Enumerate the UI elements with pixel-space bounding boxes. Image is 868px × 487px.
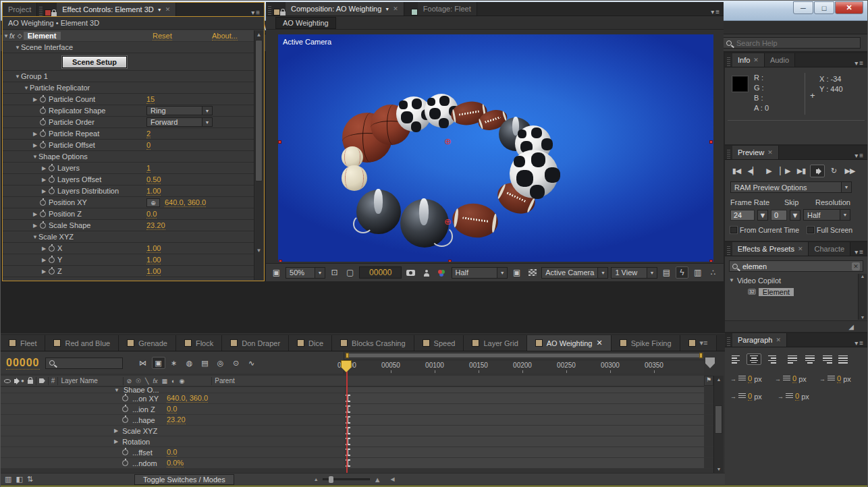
twirl-icon[interactable]: ▶ [32,131,38,137]
work-area-end-handle[interactable] [699,353,703,358]
lock-icon[interactable] [51,12,57,16]
stopwatch-icon[interactable] [49,246,55,252]
chevron-down-icon[interactable]: ▼ [385,7,389,11]
tab-effects-presets[interactable]: Effects & Presets✕ [732,242,809,256]
comp-tab-layer-grid[interactable]: Layer Grid [464,335,526,351]
twirl-icon[interactable]: ▶ [32,142,38,148]
tab-audio[interactable]: Audio [765,53,795,67]
scroll-thumb[interactable] [715,405,722,434]
property-value[interactable]: 15 [146,95,155,104]
comp-marker-bin-icon[interactable]: ⚑ [704,376,713,386]
panel-gripper[interactable] [268,6,271,16]
align-center-button[interactable] [747,353,761,365]
panel-gripper[interactable] [727,246,730,256]
lock-icon[interactable] [280,11,286,16]
reset-link[interactable]: Reset [153,32,172,40]
stopwatch-icon[interactable] [40,223,46,229]
full-screen-checkbox[interactable] [807,227,814,233]
scroll-down-icon[interactable]: ▼ [254,246,263,255]
twirl-icon[interactable]: ▶ [114,428,118,434]
help-search-input[interactable] [735,38,830,48]
property-value[interactable]: 1.00 [146,244,161,253]
show-snapshot-icon[interactable] [420,266,433,279]
comp-tab-dice[interactable]: Dice [289,335,332,351]
transparency-grid-icon[interactable] [526,266,539,279]
camera-dropdown[interactable]: Active Camera▼ [541,267,608,279]
twirl-icon[interactable]: ▶ [40,165,47,171]
stopwatch-icon[interactable] [40,211,46,217]
minimize-button[interactable]: ─ [793,1,813,14]
tab-project[interactable]: Project [3,3,37,16]
frame-blending-icon[interactable]: ◍ [183,357,196,369]
stopwatch-icon[interactable] [49,165,55,171]
twirl-icon[interactable]: ▼ [32,234,38,240]
panel-menu-icon[interactable]: ▾≡ [850,152,867,159]
stopwatch-icon[interactable] [40,96,46,103]
tab-footage[interactable]: Footage: Fleet [418,2,477,16]
effects-group-row[interactable]: ▼ Video Copilot [725,275,867,286]
twirl-icon[interactable]: ▶ [32,223,38,229]
brainstorm-icon[interactable]: ◎ [214,357,227,369]
always-preview-icon[interactable]: ▣ [270,266,283,279]
twirl-icon[interactable]: ▶ [40,188,47,194]
comp-tab-spike-fixing[interactable]: Spike Fixing [612,335,680,351]
property-value[interactable]: 0.50 [146,175,161,184]
audio-button[interactable] [810,165,825,177]
stopwatch-icon[interactable] [40,142,46,148]
audio-switch-icon[interactable] [14,379,18,383]
property-value[interactable]: 0.0 [167,448,177,457]
magnification-dropdown[interactable]: 50%▼ [286,267,325,279]
comp-tab-overflow[interactable]: ▾≡ [680,335,717,351]
property-value[interactable]: 1.00 [146,256,161,264]
comp-tab-blocks-crashing[interactable]: Blocks Crashing [332,335,414,351]
panel-gripper[interactable] [39,7,43,16]
scroll-thumb[interactable] [255,40,263,181]
stopwatch-icon[interactable] [49,188,55,194]
stopwatch-icon[interactable] [122,395,128,401]
layer-handle[interactable] [448,260,452,262]
twirl-icon[interactable]: ▼ [114,387,119,393]
pick-point-button[interactable]: ⊕ [146,198,160,207]
layer-handle[interactable] [709,260,713,262]
layer-handle[interactable] [279,260,282,262]
comp-tab-don-draper[interactable]: Don Draper [222,335,289,351]
property-value[interactable]: 0 [146,141,151,150]
time-ruler[interactable]: 0000000050001000015000200002500030000350 [344,360,704,374]
expand-inout-icon[interactable]: ⇅ [27,475,33,484]
effects-search[interactable]: ✕ [729,260,863,272]
stopwatch-icon[interactable] [49,257,55,263]
nextf-button[interactable]: ▏▶ [778,165,792,177]
panel-gripper[interactable] [727,150,730,159]
timecode-display[interactable]: 00000 [359,266,402,279]
twirl-icon[interactable]: ▶ [114,438,118,445]
draft-3d-icon[interactable]: ▣ [152,357,165,369]
stopwatch-icon[interactable] [49,268,55,275]
indent-value[interactable]: 0 [748,374,752,383]
adjustment-icon[interactable]: ◐ [171,378,175,384]
scroll-up-icon[interactable]: ▲ [714,376,724,382]
indent-value[interactable]: 0 [748,392,752,401]
shy-icon[interactable]: ⊘ [126,378,132,384]
help-search[interactable] [722,37,861,49]
stopwatch-icon[interactable] [40,108,46,114]
solo-switch-icon[interactable]: ● [21,378,24,384]
twirl-icon[interactable]: ▶ [40,257,47,263]
hide-shy-icon[interactable]: ∗ [167,357,181,369]
fx-icon[interactable]: fx [153,378,157,384]
stopwatch-icon[interactable] [122,449,128,455]
align-just-right-button[interactable] [819,353,834,365]
efp-scrollbar[interactable]: ▲ ▼ [858,274,867,320]
twirl-icon[interactable]: ▼ [23,85,30,91]
property-value[interactable]: 0.0% [167,459,184,467]
effect-name[interactable]: Element [24,32,61,40]
align-right-button[interactable] [763,353,778,365]
stopwatch-icon[interactable] [122,417,128,423]
tab-preview[interactable]: Preview✕ [732,146,779,159]
current-time-display[interactable]: 00000 [6,357,40,370]
comp-flowchart-icon[interactable]: ϟ [676,266,688,279]
property-value[interactable]: 1.00 [146,267,161,276]
comp-tab-red-and-blue[interactable]: Red and Blue [45,335,119,351]
twirl-icon[interactable]: ▼ [729,277,734,283]
align-just-left-button[interactable] [786,353,801,365]
stopwatch-icon[interactable] [122,406,128,412]
